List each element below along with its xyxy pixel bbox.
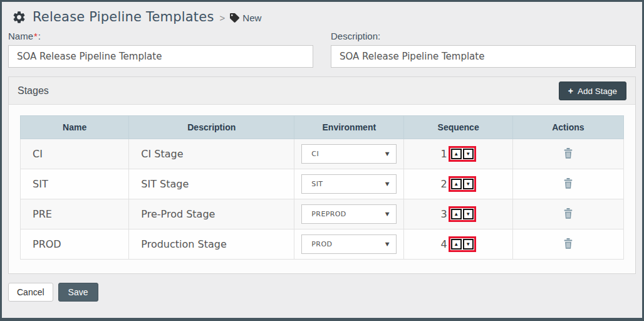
sequence-buttons-highlight: ▲ ▼ xyxy=(449,236,476,252)
stage-environment-cell: PROD ▼ xyxy=(294,229,404,260)
sequence-number: 3 xyxy=(441,208,447,220)
environment-select[interactable]: CI ▼ xyxy=(301,144,397,164)
environment-select-value: PROD xyxy=(311,240,332,248)
move-down-button[interactable]: ▼ xyxy=(463,209,474,219)
move-up-button[interactable]: ▲ xyxy=(451,239,462,250)
environment-select[interactable]: PREPROD ▼ xyxy=(301,204,397,224)
stage-environment-cell: SIT ▼ xyxy=(294,169,404,199)
trash-icon xyxy=(564,148,573,159)
stage-sequence-cell: 4 ▲ ▼ xyxy=(404,229,512,260)
stage-name-cell: PROD xyxy=(21,229,129,260)
chevron-down-icon: ▼ xyxy=(385,211,390,217)
description-label: Description: xyxy=(331,31,636,41)
release-pipeline-template-page: Release Pipeline Templates > New Name*: … xyxy=(0,0,644,321)
description-field-group: Description: xyxy=(331,31,636,68)
stage-row: PRE Pre-Prod Stage PREPROD ▼ 3 ▲ ▼ xyxy=(21,199,624,229)
move-down-button[interactable]: ▼ xyxy=(463,149,474,159)
stage-description-cell: CI Stage xyxy=(129,139,294,169)
save-button[interactable]: Save xyxy=(58,283,98,302)
chevron-down-icon: ▼ xyxy=(385,241,390,247)
move-up-button[interactable]: ▲ xyxy=(451,149,462,159)
move-up-button[interactable]: ▲ xyxy=(451,209,462,219)
delete-stage-button[interactable] xyxy=(561,207,575,222)
up-arrow-icon: ▲ xyxy=(454,242,459,247)
column-header-description: Description xyxy=(129,116,294,139)
stages-panel-body: NameDescriptionEnvironmentSequenceAction… xyxy=(9,105,635,273)
stage-description-cell: SIT Stage xyxy=(129,169,294,199)
sequence-number: 1 xyxy=(441,148,447,160)
name-field-group: Name*: xyxy=(8,31,313,68)
stage-sequence-cell: 3 ▲ ▼ xyxy=(404,199,512,229)
up-arrow-icon: ▲ xyxy=(454,152,459,157)
down-arrow-icon: ▼ xyxy=(465,182,470,187)
chevron-down-icon: ▼ xyxy=(385,181,390,187)
name-label: Name*: xyxy=(8,31,313,41)
stage-environment-cell: PREPROD ▼ xyxy=(294,199,404,229)
move-down-button[interactable]: ▼ xyxy=(463,239,474,250)
environment-select[interactable]: PROD ▼ xyxy=(301,234,397,254)
plus-icon: + xyxy=(568,86,573,96)
cancel-button[interactable]: Cancel xyxy=(8,283,53,302)
up-arrow-icon: ▲ xyxy=(454,212,459,217)
gear-icon xyxy=(12,10,26,24)
sequence-number: 4 xyxy=(441,238,447,250)
chevron-down-icon: ▼ xyxy=(385,151,390,157)
form-row: Name*: Description: xyxy=(2,29,642,68)
required-marker: * xyxy=(34,31,38,41)
stage-sequence-cell: 2 ▲ ▼ xyxy=(404,169,512,199)
breadcrumb-new: New xyxy=(242,13,261,23)
sequence-number: 2 xyxy=(441,178,447,190)
sequence-buttons-highlight: ▲ ▼ xyxy=(449,206,476,222)
sequence-buttons-highlight: ▲ ▼ xyxy=(449,176,476,192)
stage-description-cell: Pre-Prod Stage xyxy=(129,199,294,229)
stages-panel-title: Stages xyxy=(18,85,49,97)
stage-actions-cell xyxy=(512,199,623,229)
stage-actions-cell xyxy=(512,229,623,260)
column-header-environment: Environment xyxy=(294,116,404,139)
delete-stage-button[interactable] xyxy=(561,237,575,252)
stage-name-cell: SIT xyxy=(21,169,129,199)
stage-row: CI CI Stage CI ▼ 1 ▲ ▼ xyxy=(21,139,624,169)
environment-select-value: SIT xyxy=(311,180,323,188)
page-header: Release Pipeline Templates > New xyxy=(2,2,642,29)
trash-icon xyxy=(564,208,573,219)
stage-description-cell: Production Stage xyxy=(129,229,294,260)
breadcrumb-separator: > xyxy=(220,13,226,23)
up-arrow-icon: ▲ xyxy=(454,182,459,187)
down-arrow-icon: ▼ xyxy=(465,242,470,247)
environment-select[interactable]: SIT ▼ xyxy=(301,174,397,194)
stages-table: NameDescriptionEnvironmentSequenceAction… xyxy=(20,115,624,260)
stage-sequence-cell: 1 ▲ ▼ xyxy=(404,139,512,169)
stage-name-cell: PRE xyxy=(21,199,129,229)
description-input[interactable] xyxy=(331,45,636,68)
stage-actions-cell xyxy=(512,139,623,169)
stage-row: SIT SIT Stage SIT ▼ 2 ▲ ▼ xyxy=(21,169,624,199)
delete-stage-button[interactable] xyxy=(561,147,575,162)
page-title: Release Pipeline Templates xyxy=(33,9,214,24)
column-header-name: Name xyxy=(21,116,129,139)
page-footer: Cancel Save xyxy=(2,274,642,310)
add-stage-button[interactable]: +Add Stage xyxy=(559,82,626,100)
name-input[interactable] xyxy=(8,45,313,68)
tag-icon xyxy=(230,13,239,23)
environment-select-value: CI xyxy=(311,150,319,158)
column-header-actions: Actions xyxy=(512,116,623,139)
down-arrow-icon: ▼ xyxy=(465,212,470,217)
stage-row: PROD Production Stage PROD ▼ 4 ▲ ▼ xyxy=(21,229,624,260)
stages-panel: Stages +Add Stage NameDescriptionEnviron… xyxy=(8,76,636,274)
trash-icon xyxy=(564,238,573,249)
down-arrow-icon: ▼ xyxy=(465,152,470,157)
stage-name-cell: CI xyxy=(21,139,129,169)
table-header-row: NameDescriptionEnvironmentSequenceAction… xyxy=(21,116,624,139)
trash-icon xyxy=(564,178,573,189)
stages-panel-header: Stages +Add Stage xyxy=(9,77,635,105)
environment-select-value: PREPROD xyxy=(311,210,346,218)
move-up-button[interactable]: ▲ xyxy=(451,179,462,189)
sequence-buttons-highlight: ▲ ▼ xyxy=(449,146,476,162)
delete-stage-button[interactable] xyxy=(561,177,575,192)
stage-actions-cell xyxy=(512,169,623,199)
stage-environment-cell: CI ▼ xyxy=(294,139,404,169)
column-header-sequence: Sequence xyxy=(404,116,512,139)
move-down-button[interactable]: ▼ xyxy=(463,179,474,189)
